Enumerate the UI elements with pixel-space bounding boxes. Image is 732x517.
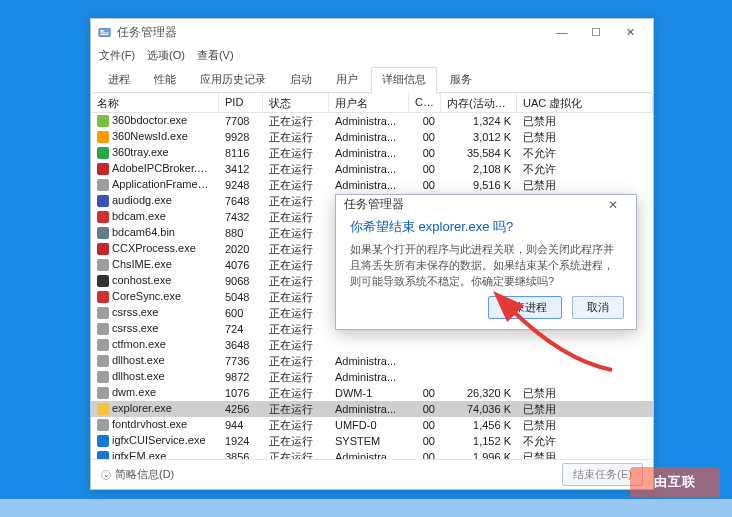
- window-controls: — ☐ ✕: [545, 21, 647, 43]
- footer: ⌄ 简略信息(D) 结束任务(E): [91, 459, 653, 489]
- col-pid[interactable]: PID: [219, 93, 263, 112]
- dialog-buttons: 结束进程 取消: [336, 290, 636, 329]
- table-row[interactable]: 360NewsId.exe9928正在运行Administra...003,01…: [91, 129, 653, 145]
- table-row[interactable]: igfxCUIService.exe1924正在运行SYSTEM001,152 …: [91, 433, 653, 449]
- window-title: 任务管理器: [117, 24, 545, 41]
- table-row[interactable]: 360bdoctor.exe7708正在运行Administra...001,3…: [91, 113, 653, 129]
- desktop-taskbar: [0, 499, 732, 517]
- app-icon: [97, 25, 111, 39]
- svg-rect-1: [100, 30, 103, 32]
- dialog-message: 如果某个打开的程序与此进程关联，则会关闭此程序并且将丢失所有未保存的数据。如果结…: [350, 242, 622, 290]
- minimize-button[interactable]: —: [545, 21, 579, 43]
- table-row[interactable]: igfxEM.exe3856正在运行Administra...001,996 K…: [91, 449, 653, 459]
- col-cpu[interactable]: CPU: [409, 93, 441, 112]
- dialog-question: 你希望结束 explorer.exe 吗?: [350, 218, 622, 236]
- watermark: 由互联: [630, 467, 720, 497]
- column-headers: 名称 PID 状态 用户名 CPU 内存(活动的... UAC 虚拟化: [91, 93, 653, 113]
- table-row[interactable]: ApplicationFrameH...9248正在运行Administra..…: [91, 177, 653, 193]
- table-row[interactable]: explorer.exe4256正在运行Administra...0074,03…: [91, 401, 653, 417]
- menu-options[interactable]: 选项(O): [147, 48, 185, 63]
- svg-rect-3: [100, 34, 108, 35]
- table-row[interactable]: fontdrvhost.exe944正在运行UMFD-0001,456 K已禁用: [91, 417, 653, 433]
- brief-info-toggle[interactable]: ⌄ 简略信息(D): [101, 467, 174, 482]
- dialog-body: 你希望结束 explorer.exe 吗? 如果某个打开的程序与此进程关联，则会…: [336, 214, 636, 290]
- tab-5[interactable]: 详细信息: [371, 67, 437, 93]
- col-name[interactable]: 名称: [91, 93, 219, 112]
- chevron-down-icon: ⌄: [101, 470, 111, 480]
- tab-3[interactable]: 启动: [279, 67, 323, 92]
- maximize-button[interactable]: ☐: [579, 21, 613, 43]
- brief-info-label: 简略信息(D): [115, 467, 174, 482]
- menu-view[interactable]: 查看(V): [197, 48, 234, 63]
- table-row[interactable]: dwm.exe1076正在运行DWM-10026,320 K已禁用: [91, 385, 653, 401]
- table-row[interactable]: AdobeIPCBroker.exe3412正在运行Administra...0…: [91, 161, 653, 177]
- titlebar: 任务管理器 — ☐ ✕: [91, 19, 653, 45]
- col-mem[interactable]: 内存(活动的...: [441, 93, 517, 112]
- col-status[interactable]: 状态: [263, 93, 329, 112]
- col-uac[interactable]: UAC 虚拟化: [517, 93, 653, 112]
- tab-2[interactable]: 应用历史记录: [189, 67, 277, 92]
- confirm-dialog: 任务管理器 ✕ 你希望结束 explorer.exe 吗? 如果某个打开的程序与…: [335, 194, 637, 330]
- svg-rect-2: [100, 32, 108, 33]
- table-row[interactable]: dllhost.exe7736正在运行Administra...: [91, 353, 653, 369]
- table-row[interactable]: ctfmon.exe3648正在运行: [91, 337, 653, 353]
- tab-6[interactable]: 服务: [439, 67, 483, 92]
- dialog-title: 任务管理器: [344, 196, 598, 213]
- dialog-ok-button[interactable]: 结束进程: [488, 296, 562, 319]
- menu-file[interactable]: 文件(F): [99, 48, 135, 63]
- col-user[interactable]: 用户名: [329, 93, 409, 112]
- tab-0[interactable]: 进程: [97, 67, 141, 92]
- tabs: 进程性能应用历史记录启动用户详细信息服务: [91, 67, 653, 93]
- dialog-close-button[interactable]: ✕: [598, 198, 628, 212]
- menubar: 文件(F) 选项(O) 查看(V): [91, 45, 653, 65]
- tab-4[interactable]: 用户: [325, 67, 369, 92]
- table-row[interactable]: dllhost.exe9872正在运行Administra...: [91, 369, 653, 385]
- table-row[interactable]: 360tray.exe8116正在运行Administra...0035,584…: [91, 145, 653, 161]
- dialog-titlebar: 任务管理器 ✕: [336, 195, 636, 214]
- tab-1[interactable]: 性能: [143, 67, 187, 92]
- dialog-cancel-button[interactable]: 取消: [572, 296, 624, 319]
- close-button[interactable]: ✕: [613, 21, 647, 43]
